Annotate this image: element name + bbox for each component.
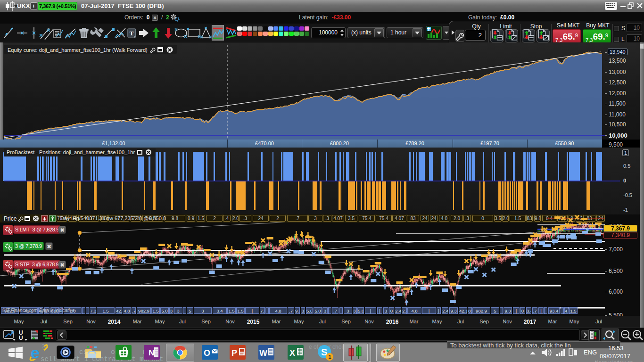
svg-text:U: U [19,335,23,341]
svg-text:T: T [130,30,134,37]
svg-text:1: 1 [329,354,331,360]
svg-text:X: X [289,348,295,358]
svg-text:N: N [149,348,154,357]
svg-text:W: W [259,348,267,358]
svg-text:P: P [231,348,237,358]
svg-text:O: O [204,348,210,358]
